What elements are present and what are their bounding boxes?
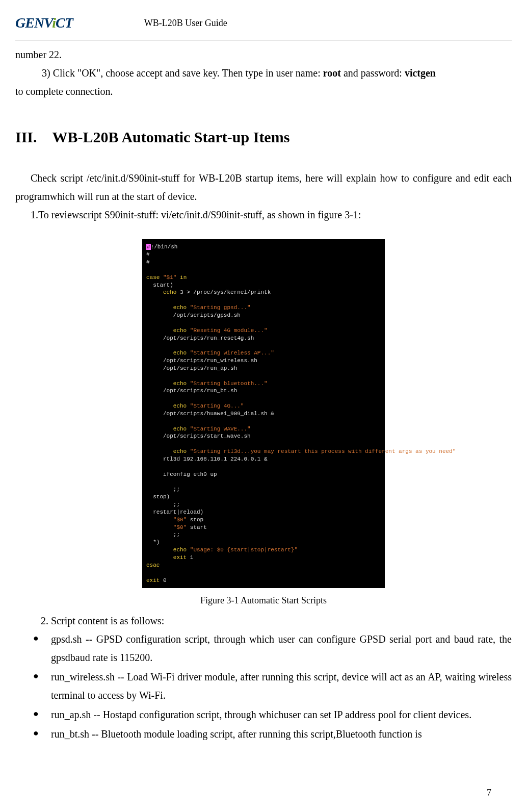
section-title: WB-L20B Automatic Start-up Items: [52, 129, 290, 145]
body-text: 3) Click "OK", choose accept and save ke…: [15, 64, 512, 82]
section-roman: III.: [15, 129, 37, 145]
text: and password:: [341, 67, 405, 79]
section-para: Check script /etc/init.d/S90init-stuff f…: [15, 169, 512, 206]
body-text: number 22.: [15, 45, 512, 64]
bold-root: root: [323, 67, 341, 79]
terminal-screenshot: #!/bin/sh # # case "$1" in start) echo 3…: [142, 239, 385, 588]
doc-title: WB-L20B User Guide: [144, 15, 227, 31]
figure-caption: Figure 3-1 Automatic Start Scripts: [15, 592, 512, 608]
body-text: to complete connection.: [15, 82, 512, 100]
list-item: run_bt.sh -- Bluetooth module loading sc…: [33, 725, 512, 743]
section-heading: III.WB-L20B Automatic Start-up Items: [15, 123, 512, 151]
logo: GENViCT: [15, 10, 73, 36]
section-para: 1.To reviewscript S90init-stuff: vi/etc/…: [15, 206, 512, 224]
bold-victgen: victgen: [405, 67, 436, 79]
page-number: 7: [487, 784, 491, 801]
page-header: GENViCT WB-L20B User Guide: [15, 10, 512, 40]
list-item: run_wireless.sh -- Load Wi-Fi driver mod…: [33, 668, 512, 704]
list-item: gpsd.sh -- GPSD configuration script, th…: [33, 630, 512, 667]
text: 3) Click "OK", choose accept and save ke…: [42, 67, 323, 79]
section-para: 2. Script content is as follows:: [41, 612, 512, 630]
bullet-list: gpsd.sh -- GPSD configuration script, th…: [15, 630, 512, 743]
list-item: run_ap.sh -- Hostapd configuration scrip…: [33, 705, 512, 724]
